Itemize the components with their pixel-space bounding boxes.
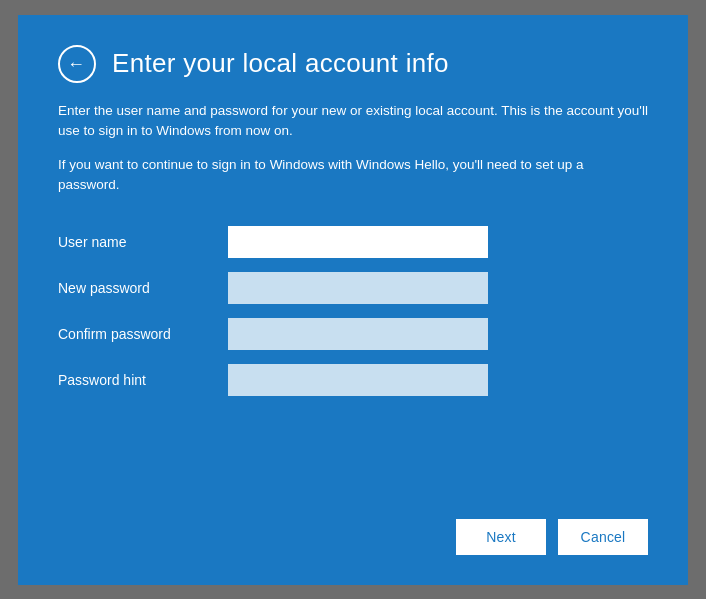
new-password-label: New password: [58, 280, 228, 296]
dialog-header: ← Enter your local account info: [58, 45, 648, 83]
username-input[interactable]: [228, 226, 488, 258]
cancel-button[interactable]: Cancel: [558, 519, 648, 555]
dialog-title: Enter your local account info: [112, 48, 449, 79]
password-hint-label: Password hint: [58, 372, 228, 388]
password-hint-row: Password hint: [58, 364, 648, 396]
back-arrow-icon: ←: [67, 55, 85, 73]
back-button[interactable]: ←: [58, 45, 96, 83]
username-label: User name: [58, 234, 228, 250]
confirm-password-label: Confirm password: [58, 326, 228, 342]
new-password-input[interactable]: [228, 272, 488, 304]
button-area: Next Cancel: [58, 499, 648, 555]
new-password-row: New password: [58, 272, 648, 304]
password-hint-input[interactable]: [228, 364, 488, 396]
description-text-1: Enter the user name and password for you…: [58, 101, 648, 142]
next-button[interactable]: Next: [456, 519, 546, 555]
dialog-container: ← Enter your local account info Enter th…: [18, 15, 688, 585]
username-row: User name: [58, 226, 648, 258]
form-area: User name New password Confirm password …: [58, 226, 648, 410]
confirm-password-input[interactable]: [228, 318, 488, 350]
description-text-2: If you want to continue to sign in to Wi…: [58, 155, 648, 196]
confirm-password-row: Confirm password: [58, 318, 648, 350]
